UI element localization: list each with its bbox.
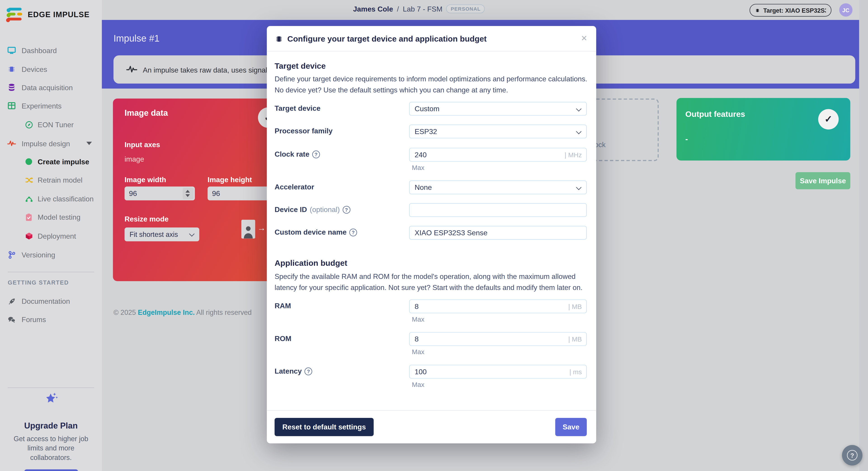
input-axes-label: Input axes [125,140,160,149]
sidebar-item-label: Data acquisition [22,84,73,92]
card-title: Image data [125,108,168,118]
clock-rate-max-link[interactable]: Max [412,164,425,171]
bezier-icon [24,194,33,203]
help-tooltip-icon[interactable]: ? [305,367,312,375]
custom-device-name-label: Custom device name ? [275,228,357,237]
company-link[interactable]: EdgeImpulse Inc. [138,309,195,317]
label-text: Latency [275,367,302,375]
help-tooltip-icon[interactable]: ? [342,206,350,213]
avatar[interactable]: JC [839,3,852,17]
breadcrumb-user[interactable]: James Cole [353,5,393,13]
image-width-input[interactable]: 96 [125,186,195,200]
help-tooltip-icon[interactable]: ? [349,228,357,236]
target-device-button[interactable]: Target: XIAO ESP32S3 Se... [749,4,831,17]
processor-family-select[interactable]: ESP32 [409,125,587,138]
unit-suffix: | MB [568,303,582,310]
configure-target-modal: Configure your target device and applica… [267,26,596,443]
application-budget-description: Specify the available RAM and ROM for th… [275,271,589,293]
sidebar-item-create-impulse[interactable]: Create impulse [0,156,102,168]
latency-input[interactable] [414,368,586,376]
sidebar-item-eon-tuner[interactable]: EON Tuner [0,119,102,131]
sidebar-item-data-acquisition[interactable]: Data acquisition [0,81,102,94]
target-device-label: Target: XIAO ESP32S3 Se... [763,7,826,13]
copyright-prefix: © 2025 [114,309,138,317]
save-impulse-button[interactable]: Save Impulse [796,172,850,189]
check-circle-icon: ✓ [818,109,839,129]
breadcrumb-separator: / [397,5,399,13]
close-icon[interactable]: ✕ [581,34,587,42]
resize-mode-value: Fit shortest axis [129,230,178,238]
divider [267,410,596,411]
top-bar: James Cole / Lab 7 - FSM PERSONAL Target… [0,0,868,20]
sidebar-item-label: Experiments [22,101,62,110]
sidebar-item-versioning[interactable]: Versioning [0,249,102,261]
sidebar-item-deployment[interactable]: Deployment [0,230,102,242]
accelerator-select[interactable]: None [409,180,587,194]
rom-max-link[interactable]: Max [412,348,425,356]
help-button[interactable]: ? [842,445,863,466]
card-title: Output features [685,109,745,119]
number-stepper[interactable] [183,188,194,199]
accelerator-label: Accelerator [275,183,314,191]
image-width-label: Image width [125,176,166,184]
rom-input[interactable] [414,335,586,343]
shuffle-icon [24,176,33,184]
output-features-value: - [685,134,688,143]
save-button[interactable]: Save [555,418,587,436]
upgrade-plan-title: Upgrade Plan [0,420,102,430]
chevron-down-icon [576,106,581,112]
sidebar-item-documentation[interactable]: Documentation [0,295,102,307]
device-id-input[interactable] [414,206,586,214]
latency-max-link[interactable]: Max [412,381,425,388]
rocket-icon [7,297,16,306]
edge-impulse-app: EDGE IMPULSE Dashboard Devices Data acqu… [0,0,868,471]
clipboard-icon [24,213,33,221]
ram-input[interactable] [414,302,586,311]
arrow-right-icon: → [257,223,266,232]
sidebar-item-impulse-design[interactable]: Impulse design [0,137,102,149]
sidebar-item-forums[interactable]: Forums [0,313,102,325]
ram-max-link[interactable]: Max [412,315,425,323]
target-device-select[interactable]: Custom [409,102,587,116]
reset-defaults-button[interactable]: Reset to default settings [275,418,374,436]
chip-icon [275,35,283,43]
sidebar-item-label: Deployment [38,232,76,240]
question-icon: ? [847,450,858,461]
scrollbar-gutter[interactable] [859,0,868,471]
unit-suffix: | ms [569,368,582,375]
database-icon [7,83,16,92]
personal-badge: PERSONAL [446,4,485,13]
sidebar-item-label: Retrain model [38,176,83,184]
label-text: Custom device name [275,228,346,237]
resize-mode-select[interactable]: Fit shortest axis [125,228,199,241]
target-device-description: Define your target device requirements t… [275,74,589,95]
sidebar-divider [8,272,94,272]
copyright-footer: © 2025 EdgeImpulse Inc. All rights reser… [114,309,252,317]
chevron-down-icon [576,185,581,190]
chat-icon [7,315,16,324]
clock-rate-input[interactable] [414,151,586,159]
sidebar-item-live-classification[interactable]: Live classification [0,193,102,205]
sidebar-item-label: Forums [22,315,46,324]
check-icon: ✓ [825,114,832,125]
unit-suffix: | MHz [565,151,582,158]
view-plans-button[interactable]: View plans [24,469,78,471]
sidebar-item-retrain-model[interactable]: Retrain model [0,174,102,186]
getting-started-header: GETTING STARTED [8,279,69,285]
sidebar-item-label: Live classification [38,195,94,203]
copyright-suffix: All rights reserved [195,309,252,317]
help-tooltip-icon[interactable]: ? [312,150,320,158]
sidebar-item-dashboard[interactable]: Dashboard [0,44,102,57]
dot-icon [24,157,33,166]
sidebar-item-label: Documentation [22,297,70,305]
sidebar-item-devices[interactable]: Devices [0,63,102,75]
image-height-value: 96 [212,189,220,198]
custom-device-name-input[interactable] [414,228,586,237]
compass-icon [24,120,33,129]
breadcrumb-project[interactable]: Lab 7 - FSM [403,5,442,13]
sidebar-item-model-testing[interactable]: Model testing [0,211,102,223]
sidebar-item-label: EON Tuner [38,121,74,129]
chevron-down-icon [86,142,92,145]
upgrade-plan-description: Get access to higher job limits and more… [9,434,93,463]
sidebar-item-experiments[interactable]: Experiments [0,100,102,112]
